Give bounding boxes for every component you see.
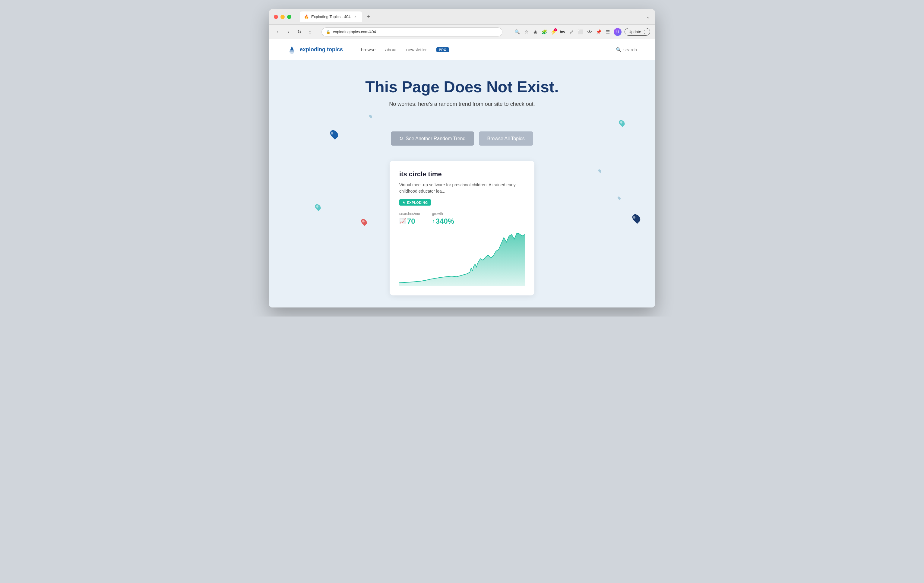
tab-close-button[interactable]: × [353, 15, 358, 19]
heading-section: This Page Does Not Exist. No worries: he… [365, 78, 559, 119]
growth-value: ↑ 340% [432, 217, 454, 226]
tab-bar: 🔥 Exploding Topics - 404 × + [300, 12, 643, 22]
pin-icon[interactable]: 📌 [596, 29, 602, 35]
minimize-button[interactable] [280, 15, 285, 19]
star-icon: ★ [402, 201, 406, 204]
tab-favicon: 🔥 [304, 15, 309, 19]
refresh-button[interactable]: ↻ [295, 28, 303, 36]
pin-teal-left [314, 203, 322, 211]
browse-all-label: Browse All Topics [487, 136, 525, 141]
nav-browse[interactable]: browse [361, 47, 375, 52]
window-controls-right: ⌄ [646, 14, 650, 20]
site-nav-links: browse about newsletter PRO [361, 47, 449, 52]
eye-icon[interactable]: 👁 [587, 29, 592, 35]
search-icon: 🔍 [616, 47, 622, 53]
traffic-lights [274, 15, 291, 19]
back-button[interactable]: ‹ [274, 28, 281, 36]
pin-teal-right [618, 119, 626, 127]
nav-newsletter[interactable]: newsletter [406, 47, 427, 52]
searches-trend-icon: 📈 [399, 218, 406, 225]
search-icon[interactable]: 🔍 [514, 29, 520, 35]
searches-label: searches/mo [399, 212, 420, 216]
site-nav-search[interactable]: 🔍 search [616, 47, 637, 53]
bw-icon[interactable]: bw [559, 29, 566, 35]
browse-all-button[interactable]: Browse All Topics [479, 132, 533, 146]
topic-card: its circle time Virtual meet-up software… [389, 161, 535, 295]
lock-icon: 🔒 [326, 30, 330, 34]
site-logo[interactable]: exploding topics [287, 45, 343, 54]
growth-number: 340% [436, 217, 454, 226]
notification-badge[interactable]: ⚡ 7 [550, 29, 556, 35]
update-button[interactable]: Update ⋮ [625, 28, 650, 36]
card-title: its circle time [399, 170, 525, 178]
menu-icon[interactable]: ☰ [605, 29, 610, 35]
maximize-button[interactable] [287, 15, 291, 19]
random-trend-button[interactable]: ↻ See Another Random Trend [391, 132, 474, 146]
logo-text: exploding topics [300, 46, 343, 53]
growth-stat: growth ↑ 340% [432, 212, 454, 226]
home-button[interactable]: ⌂ [306, 28, 314, 36]
titlebar: 🔥 Exploding Topics - 404 × + ⌄ [269, 9, 655, 25]
card-stats: searches/mo 📈 70 growth ↑ 340% [399, 212, 525, 226]
search-label: search [623, 47, 637, 52]
forward-button[interactable]: › [285, 28, 292, 36]
chart-area [399, 232, 525, 286]
pin-blue-left [328, 128, 340, 140]
page-title: This Page Does Not Exist. [365, 78, 559, 96]
main-content: This Page Does Not Exist. No worries: he… [269, 60, 655, 308]
update-label: Update [629, 30, 641, 34]
browser-actions: 🔍 ☆ ◉ 🧩 ⚡ 7 bw 🖊 ⬜ 👁 📌 ☰ U Update ⋮ [514, 28, 650, 36]
card-description: Virtual meet-up software for preschool c… [399, 182, 525, 194]
badge-label: EXPLODING [407, 201, 428, 204]
account-icon[interactable]: ◉ [532, 29, 538, 35]
cta-buttons: ↻ See Another Random Trend Browse All To… [391, 132, 533, 146]
growth-label: growth [432, 212, 454, 216]
pin-navy-right [630, 212, 642, 224]
logo-icon [287, 45, 297, 54]
trend-chart [399, 232, 525, 286]
searches-stat: searches/mo 📈 70 [399, 212, 420, 226]
extension2-icon[interactable]: 🖊 [568, 29, 574, 35]
addressbar: ‹ › ↻ ⌂ 🔒 explodingtopics.com/404 🔍 ☆ ◉ … [269, 25, 655, 39]
browser-window: 🔥 Exploding Topics - 404 × + ⌄ ‹ › ↻ ⌂ 🔒… [269, 9, 655, 308]
active-tab[interactable]: 🔥 Exploding Topics - 404 × [300, 12, 362, 22]
searches-number: 70 [407, 217, 415, 226]
pin-red-left [360, 217, 368, 226]
crop-icon[interactable]: ⬜ [578, 29, 584, 35]
pin-small-right [617, 196, 621, 200]
update-menu-icon: ⋮ [642, 30, 646, 34]
pro-badge[interactable]: PRO [436, 47, 449, 52]
extensions-icon[interactable]: 🧩 [541, 29, 547, 35]
growth-arrow-icon: ↑ [432, 219, 434, 224]
new-tab-button[interactable]: + [365, 13, 373, 21]
bookmark-icon[interactable]: ☆ [523, 29, 529, 35]
pin-small-right2 [598, 169, 602, 173]
address-text: explodingtopics.com/404 [333, 30, 376, 34]
searches-value: 📈 70 [399, 217, 420, 226]
refresh-icon: ↻ [399, 136, 403, 142]
user-avatar[interactable]: U [614, 28, 622, 36]
page-subtitle: No worries: here's a random trend from o… [365, 101, 559, 107]
address-field[interactable]: 🔒 explodingtopics.com/404 [322, 28, 502, 36]
site-nav: exploding topics browse about newsletter… [269, 39, 655, 60]
tab-title: Exploding Topics - 404 [311, 15, 351, 19]
random-trend-label: See Another Random Trend [406, 136, 465, 142]
close-button[interactable] [274, 15, 278, 19]
exploding-badge: ★ EXPLODING [399, 199, 431, 206]
nav-about[interactable]: about [385, 47, 396, 52]
